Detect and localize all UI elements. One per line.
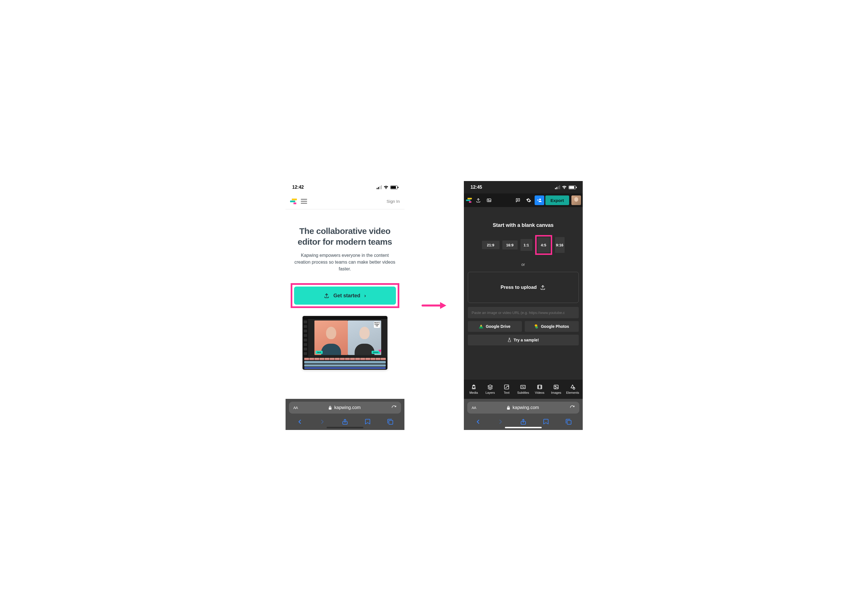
invite-button[interactable] (535, 195, 544, 205)
preview-name-left: Jack (316, 351, 323, 354)
chevron-right-icon: › (364, 293, 366, 299)
tabs-icon[interactable] (387, 418, 394, 425)
upload-icon (540, 285, 546, 290)
google-drive-icon (479, 325, 484, 328)
upload-dropzone[interactable]: Press to upload (468, 272, 579, 303)
cta-label: Get started (333, 293, 360, 299)
url-domain: kapwing.com (334, 405, 361, 410)
tab-media[interactable]: Media (465, 384, 482, 394)
svg-rect-1 (389, 420, 393, 424)
ratio-9-16[interactable]: 9:16 (555, 237, 564, 253)
or-divider: or (521, 262, 525, 267)
cellular-icon (555, 185, 560, 189)
url-bar[interactable]: AA kapwing.com (467, 402, 579, 413)
flask-icon (507, 338, 512, 342)
svg-marker-9 (488, 385, 493, 387)
share-icon[interactable] (342, 418, 349, 425)
status-bar: 12:42 (285, 181, 405, 193)
editor-preview-image: Jack WHAT'S GOING ON Grace (302, 316, 388, 370)
text-size-button[interactable]: AA (472, 406, 476, 410)
home-indicator (327, 427, 363, 428)
upload-label: Press to upload (501, 285, 537, 290)
tab-elements[interactable]: Elements (564, 384, 581, 394)
ratio-16-9[interactable]: 16:9 (502, 240, 518, 249)
share-icon[interactable] (520, 418, 527, 425)
hero-heading: The collaborative video editor for moder… (291, 226, 399, 247)
flow-arrow (422, 300, 447, 311)
nav-back-icon[interactable] (296, 418, 303, 425)
bottom-tool-tabs: Media Layers Text Subtitles Videos Image… (464, 380, 583, 399)
google-drive-button[interactable]: Google Drive (468, 321, 522, 332)
url-bar[interactable]: AA kapwing.com (289, 402, 401, 413)
media-panel-button[interactable] (484, 195, 494, 205)
svg-point-5 (488, 200, 489, 201)
try-sample-button[interactable]: Try a sample! (468, 335, 579, 345)
signin-link[interactable]: Sign In (387, 199, 400, 204)
svg-marker-3 (440, 302, 446, 309)
wifi-icon (562, 185, 567, 189)
aspect-ratio-row: 21:9 16:9 1:1 4:5 9:16 (482, 235, 564, 255)
canvas-title: Start with a blank canvas (493, 222, 553, 228)
ratio-4-5[interactable]: 4:5 (538, 237, 550, 253)
bookmarks-icon[interactable] (542, 418, 549, 425)
user-avatar[interactable] (571, 195, 581, 205)
phone-editor: 12:45 Export Start with a blank canvas 2… (464, 181, 583, 430)
svg-rect-30 (567, 420, 571, 424)
ratio-1-1[interactable]: 1:1 (521, 239, 532, 251)
tab-text[interactable]: Text (498, 384, 515, 394)
menu-icon[interactable] (301, 199, 307, 204)
cta-highlight: Get started › (291, 283, 399, 308)
preview-corner-badge: WHAT'S GOING ON (374, 322, 380, 328)
google-photos-button[interactable]: Google Photos (525, 321, 579, 332)
safari-chrome: AA kapwing.com (464, 399, 583, 430)
upload-button[interactable] (473, 195, 483, 205)
google-photos-icon (534, 324, 539, 329)
tabs-icon[interactable] (565, 418, 572, 425)
svg-point-8 (539, 199, 541, 200)
kapwing-logo[interactable] (290, 199, 297, 204)
refresh-icon[interactable] (391, 405, 397, 410)
svg-rect-25 (554, 385, 558, 389)
battery-icon (390, 186, 398, 189)
tab-subtitles[interactable]: Subtitles (515, 384, 531, 394)
get-started-button[interactable]: Get started › (294, 286, 396, 305)
export-button[interactable]: Export (546, 195, 569, 205)
battery-icon (569, 186, 576, 189)
lock-icon (328, 406, 332, 410)
svg-point-26 (555, 386, 556, 387)
status-time: 12:45 (471, 185, 482, 190)
home-indicator (505, 427, 542, 428)
paste-url-input[interactable] (468, 307, 579, 318)
cellular-icon (377, 185, 382, 189)
status-bar: 12:45 (464, 181, 583, 193)
nav-forward-icon (497, 418, 504, 425)
tab-images[interactable]: Images (548, 384, 564, 394)
wifi-icon (383, 185, 389, 189)
site-header: Sign In (285, 193, 405, 209)
url-domain: kapwing.com (513, 405, 539, 410)
kapwing-logo[interactable] (466, 198, 471, 203)
safari-chrome: AA kapwing.com (285, 399, 405, 430)
status-time: 12:42 (292, 185, 304, 190)
nav-back-icon[interactable] (474, 418, 481, 425)
status-icons (377, 185, 398, 189)
settings-button[interactable] (524, 195, 533, 205)
hero-subheading: Kapwing empowers everyone in the content… (291, 252, 399, 272)
upload-icon (324, 293, 329, 299)
lock-icon (507, 406, 510, 410)
ratio-highlight: 4:5 (535, 235, 552, 255)
comments-button[interactable] (513, 195, 523, 205)
refresh-icon[interactable] (570, 405, 575, 410)
ratio-21-9[interactable]: 21:9 (482, 241, 499, 249)
bookmarks-icon[interactable] (364, 418, 371, 425)
editor-toolbar: Export (464, 193, 583, 207)
tab-videos[interactable]: Videos (532, 384, 548, 394)
tab-layers[interactable]: Layers (482, 384, 498, 394)
nav-forward-icon (319, 418, 326, 425)
status-icons (555, 185, 576, 189)
text-size-button[interactable]: AA (293, 406, 298, 410)
phone-landing: 12:42 Sign In The collaborative video ed… (285, 181, 405, 430)
